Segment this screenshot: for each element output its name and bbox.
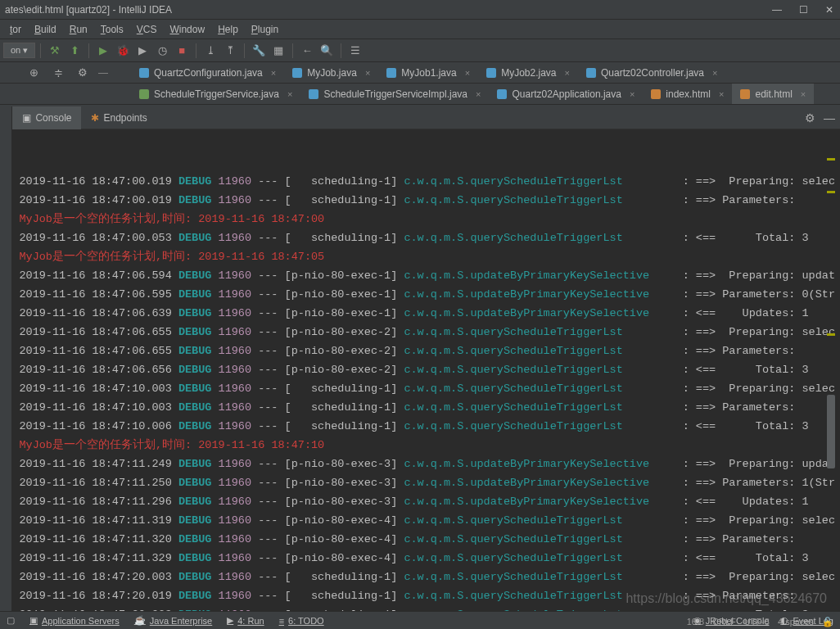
close-tab-icon[interactable]: × [630,89,635,99]
scrollbar[interactable] [827,134,835,608]
close-tab-icon[interactable]: × [476,89,481,99]
commit-icon[interactable]: ⤒ [221,42,239,60]
caret-pos[interactable]: 16:8 [687,617,704,627]
menu-item[interactable]: Help [213,22,243,37]
close-tab-icon[interactable]: × [712,68,717,78]
toolwin-appservers[interactable]: ▣ Application Servers [29,615,120,626]
tab-quartz02application[interactable]: Quartz02Application.java× [489,84,643,104]
back-icon[interactable]: ← [298,42,316,60]
endpoints-icon: ✱ [91,112,99,124]
close-tab-icon[interactable]: × [465,68,470,78]
watermark: https://blog.csdn.net/qq_43624670 [625,591,827,606]
tab-edit-html[interactable]: edit.html× [732,84,814,104]
target-icon[interactable]: ⊕ [25,64,43,82]
wrench-icon[interactable]: 🔧 [250,42,268,60]
toolwin-todo[interactable]: ≡ 6: TODO [279,616,324,626]
update-icon[interactable]: ⤓ [201,42,219,60]
tab-myjob[interactable]: MyJob.java× [284,62,378,83]
java-interface-icon [139,89,149,99]
java-icon [139,68,149,78]
java-icon [386,68,396,78]
tool-gutter[interactable] [0,106,12,613]
title-bar: ates\edit.html [quartz02] - IntelliJ IDE… [0,0,840,20]
tab-myjob2[interactable]: MyJob2.java× [478,62,578,83]
collapse-icon[interactable]: ≑ [49,64,67,82]
java-icon [486,68,496,78]
status-right: 16:8 CRLF UTF-8 4 spaces 🔓 [687,617,833,627]
tab-quartz-configuration[interactable]: QuartzConfiguration.java× [131,62,284,83]
tab-scheduletriggerservice[interactable]: ScheduleTriggerService.java× [131,84,300,104]
tab-endpoints[interactable]: ✱Endpoints [81,106,156,129]
run-config-select[interactable]: on ▾ [3,43,35,58]
menu-item[interactable]: Window [165,22,210,37]
search-icon[interactable]: 🔍 [318,42,336,60]
main-toolbar: on ▾ ⚒ ⬆ ▶ 🐞 ▶ ◷ ■ ⤓ ⤒ 🔧 ▦ ← 🔍 ☰ [0,39,840,62]
editor-tabs-row1: ⊕ ≑ ⚙ — QuartzConfiguration.java× MyJob.… [0,62,840,84]
gear-icon[interactable]: ⚙ [74,64,92,82]
close-tab-icon[interactable]: × [365,68,370,78]
hammer-icon[interactable]: ⚒ [46,42,64,60]
project-icon[interactable]: ☰ [346,42,364,60]
console-icon: ▣ [22,112,31,124]
menu-item[interactable]: Run [65,22,93,37]
toolwin-run[interactable]: ▶ 4: Run [227,615,264,626]
menu-item[interactable]: Build [29,22,61,37]
close-tab-icon[interactable]: × [719,89,724,99]
tab-console[interactable]: ▣Console [12,106,81,129]
run-tabs: ▣Console ✱Endpoints ⚙ — [12,106,840,129]
maximize-icon[interactable]: ☐ [797,4,809,16]
editor-tabs-row2: ScheduleTriggerService.java× ScheduleTri… [0,84,840,105]
close-icon[interactable]: ✕ [824,4,835,16]
window-title: ates\edit.html [quartz02] - IntelliJ IDE… [5,4,172,16]
tab-myjob1[interactable]: MyJob1.java× [378,62,478,83]
toolwin-toggle-icon[interactable]: ▢ [7,615,15,626]
tab-quartz02controller[interactable]: Quartz02Controller.java× [578,62,726,83]
encoding[interactable]: UTF-8 [744,617,770,627]
tab-scheduletriggerserviceimpl[interactable]: ScheduleTriggerServiceImpl.java× [300,84,489,104]
menu-item[interactable]: Tools [96,22,129,37]
console-output[interactable]: 2019-11-16 18:47:00.019 DEBUG 11960 --- … [12,129,840,613]
close-tab-icon[interactable]: × [801,89,806,99]
coverage-icon[interactable]: ▶ [133,42,151,60]
java-icon [309,89,318,99]
scroll-thumb[interactable] [827,395,835,468]
menu-bar: tor Build Run Tools VCS Window Help Plug… [0,20,840,39]
menu-item[interactable]: Plugin [246,22,283,37]
indent[interactable]: 4 spaces [778,617,814,627]
java-icon [497,89,507,99]
java-icon [292,68,302,78]
build-icon[interactable]: ⬆ [65,42,84,60]
run-tool-window: ▣Console ✱Endpoints ⚙ — 2019-11-16 18:47… [0,106,840,613]
minimize-icon[interactable]: — [771,4,783,16]
toolwin-javaenterprise[interactable]: ☕ Java Enterprise [134,615,212,626]
menu-item[interactable]: VCS [132,22,162,37]
close-tab-icon[interactable]: × [287,89,292,99]
java-icon [586,68,596,78]
structure-icon[interactable]: ▦ [269,42,287,60]
html-icon [651,89,661,99]
debug-icon[interactable]: 🐞 [114,42,132,60]
close-tab-icon[interactable]: × [565,68,570,78]
stop-icon[interactable]: ■ [173,42,191,60]
tab-index-html[interactable]: index.html× [643,84,732,104]
gear-icon[interactable]: ⚙ [805,111,815,124]
profile-icon[interactable]: ◷ [153,42,171,60]
lock-icon[interactable]: 🔓 [822,617,833,627]
html-icon [740,89,750,99]
run-icon[interactable]: ▶ [94,42,112,60]
minimize-panel-icon[interactable]: — [824,111,835,124]
menu-item[interactable]: tor [5,22,26,37]
line-sep[interactable]: CRLF [712,617,736,627]
close-tab-icon[interactable]: × [271,68,276,78]
